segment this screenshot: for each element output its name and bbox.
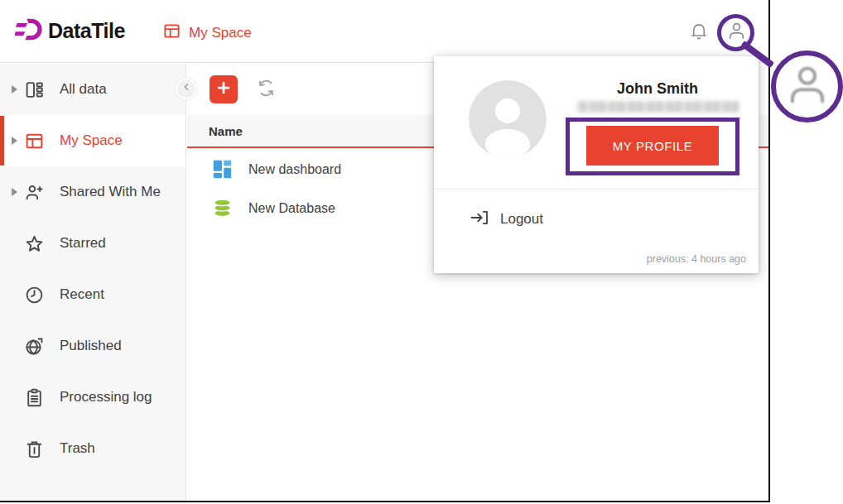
sidebar-item-my-space[interactable]: My Space [0, 115, 185, 166]
account-button[interactable] [725, 21, 748, 44]
sidebar-item-shared-with-me[interactable]: Shared With Me [0, 166, 185, 218]
my-profile-button[interactable]: MY PROFILE [586, 126, 719, 166]
person-icon [725, 20, 748, 46]
clipboard-icon [24, 387, 45, 408]
collapse-sidebar-button[interactable] [176, 78, 197, 99]
logout-arrow-icon [470, 208, 489, 231]
sidebar-item-trash[interactable]: Trash [0, 423, 185, 474]
breadcrumb-my-space[interactable]: My Space [162, 22, 252, 44]
person-add-icon [24, 182, 45, 203]
clock-icon [24, 285, 45, 305]
column-header-name[interactable]: Name [209, 124, 243, 138]
previous-login-text: previous: 4 hours ago [647, 253, 746, 265]
datatile-logo: DataTile [15, 18, 125, 44]
database-icon [210, 197, 234, 220]
expand-arrow-icon[interactable] [12, 85, 17, 94]
sidebar-item-label: Published [60, 338, 122, 354]
sidebar-item-label: Recent [60, 286, 104, 303]
trash-icon [24, 439, 45, 459]
sidebar-item-label: My Space [60, 132, 123, 149]
refresh-button[interactable] [255, 79, 277, 101]
avatar [469, 80, 547, 158]
row-label: New dashboard [248, 162, 341, 177]
profile-popover: John Smith MY PROFILE Logout previous: 4… [434, 56, 759, 273]
sidebar-item-all-data[interactable]: All data [0, 64, 185, 115]
expand-arrow-icon[interactable] [12, 137, 17, 145]
logout-label: Logout [500, 211, 543, 228]
sidebar-item-starred[interactable]: Starred [0, 218, 185, 269]
all-data-icon [24, 79, 45, 100]
sidebar-item-label: Shared With Me [60, 184, 161, 200]
notifications-button[interactable] [687, 21, 711, 44]
sidebar: All data My Space [0, 64, 186, 501]
logo-text: DataTile [48, 19, 125, 43]
bell-icon [688, 20, 710, 45]
add-new-button[interactable] [210, 75, 238, 103]
refresh-icon [256, 78, 277, 102]
logout-menu-item[interactable]: Logout [470, 207, 543, 232]
sidebar-item-label: Processing log [60, 389, 152, 406]
star-icon [24, 233, 45, 254]
annotation-circle-magnified [771, 50, 843, 122]
chevron-left-icon [181, 81, 192, 96]
user-name: John Smith [566, 80, 749, 98]
breadcrumb-label: My Space [189, 25, 252, 41]
globe-icon [24, 336, 45, 357]
app-header: DataTile My Space [0, 0, 768, 63]
row-label: New Database [248, 201, 335, 216]
screenshot-stage: DataTile My Space [0, 0, 843, 504]
datatile-logo-icon [15, 18, 43, 44]
sidebar-item-label: Starred [60, 235, 106, 252]
sidebar-item-label: Trash [60, 440, 95, 457]
sidebar-item-published[interactable]: Published [0, 320, 185, 372]
my-space-tile-icon [162, 22, 181, 44]
dashboard-icon [210, 158, 234, 181]
expand-arrow-icon[interactable] [12, 188, 17, 196]
sidebar-item-label: All data [60, 81, 107, 98]
person-icon-magnified [782, 60, 833, 114]
user-email-blurred [577, 101, 739, 113]
plus-icon [214, 79, 233, 100]
sidebar-item-recent[interactable]: Recent [0, 269, 185, 320]
my-space-tile-icon [24, 131, 45, 151]
sidebar-item-processing-log[interactable]: Processing log [0, 372, 185, 423]
popover-divider [434, 189, 759, 190]
